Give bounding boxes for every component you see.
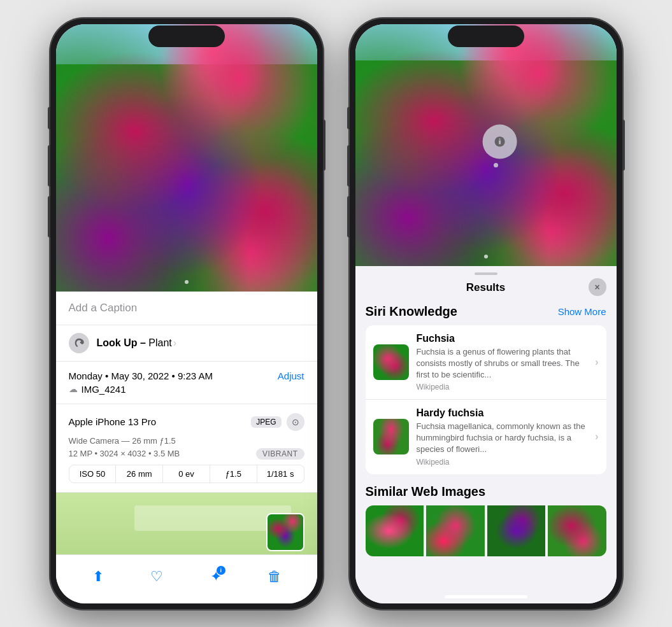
- vol-down-button: [48, 196, 50, 237]
- fuchsia-source: Wikipedia: [417, 383, 588, 391]
- lookup-row[interactable]: Look Up – Plant›: [56, 325, 317, 362]
- silent-switch: [48, 107, 50, 129]
- exif-aperture: ƒ1.5: [210, 465, 257, 483]
- mp-text: 12 MP • 3024 × 4032 • 3.5 MB: [69, 449, 180, 458]
- similar-image-3[interactable]: [487, 505, 546, 556]
- page-dot-right: [484, 255, 488, 258]
- flower-photo-left: [56, 24, 317, 292]
- vol-down-right: [347, 196, 350, 237]
- leaf-icon: [73, 337, 85, 349]
- lookup-text: Look Up – Plant›: [97, 337, 177, 349]
- similar-images-grid: [366, 505, 606, 556]
- vol-up-right: [347, 145, 350, 187]
- vibrant-badge: VIBRANT: [256, 448, 304, 460]
- map-section: [56, 493, 317, 554]
- filename-text: IMG_4241: [82, 384, 126, 395]
- trash-icon: 🗑: [268, 568, 282, 585]
- exif-iso: ISO 50: [69, 465, 117, 483]
- share-icon: ⬆: [92, 568, 104, 585]
- info-icon-container: ✦ i: [210, 568, 222, 585]
- hardy-thumb-image: [373, 419, 409, 454]
- page-dot-left: [185, 280, 189, 284]
- right-phone-screen: Results × Siri Knowledge Show More: [355, 24, 617, 603]
- photo-area-right: [355, 24, 617, 266]
- show-more-button[interactable]: Show More: [558, 306, 606, 317]
- lookup-dot: [494, 163, 498, 167]
- heart-icon: ♡: [150, 568, 163, 585]
- exif-shutter: 1/181 s: [257, 465, 304, 483]
- map-thumbnail: [266, 513, 304, 551]
- hardy-name: Hardy fuchsia: [417, 407, 588, 419]
- phones-container: Add a Caption Look Up – Plant›: [37, 5, 636, 623]
- exif-focal: 26 mm: [116, 465, 163, 483]
- vol-up-button: [48, 145, 50, 187]
- fuchsia-thumbnail: [373, 344, 409, 380]
- knowledge-item-fuchsia[interactable]: Fuchsia Fuchsia is a genus of flowering …: [366, 325, 606, 400]
- lookup-icon: [69, 333, 89, 353]
- fuchsia-name: Fuchsia: [417, 333, 588, 344]
- similar-section: Similar Web Images: [366, 484, 606, 556]
- like-button[interactable]: ♡: [143, 563, 171, 591]
- info-section: Add a Caption Look Up – Plant›: [56, 292, 317, 554]
- hardy-source: Wikipedia: [417, 458, 588, 467]
- date-text: Monday • May 30, 2022 • 9:23 AM: [69, 370, 213, 381]
- right-phone: Results × Siri Knowledge Show More: [349, 18, 623, 610]
- home-indicator-left: [145, 595, 228, 598]
- cloud-icon: ☁: [69, 384, 78, 394]
- fuchsia-chevron: ›: [595, 356, 598, 368]
- visual-lookup-icon: [490, 132, 508, 150]
- fuchsia-desc: Fuchsia is a genus of flowering plants t…: [417, 346, 588, 381]
- similar-image-2[interactable]: [426, 505, 485, 556]
- similar-title: Similar Web Images: [366, 484, 606, 499]
- info-button[interactable]: ✦ i: [202, 563, 230, 591]
- similar-image-1[interactable]: [366, 505, 424, 556]
- left-phone-screen: Add a Caption Look Up – Plant›: [56, 24, 317, 603]
- visual-lookup-button[interactable]: [482, 124, 517, 159]
- device-section: Apple iPhone 13 Pro JPEG ⊙ Wide Camera —…: [56, 404, 317, 493]
- format-badge: JPEG: [251, 416, 281, 428]
- meta-section: Monday • May 30, 2022 • 9:23 AM Adjust ☁…: [56, 362, 317, 404]
- delete-button[interactable]: 🗑: [261, 563, 289, 591]
- results-header: Results ×: [355, 275, 617, 299]
- photo-area-left: [56, 24, 317, 292]
- info-badge: i: [217, 566, 225, 575]
- filename-row: ☁ IMG_4241: [69, 384, 304, 395]
- caption-area[interactable]: Add a Caption: [56, 292, 317, 325]
- fuchsia-thumb-image: [373, 344, 409, 380]
- knowledge-card: Fuchsia Fuchsia is a genus of flowering …: [366, 325, 606, 474]
- hardy-desc: Fuchsia magellanica, commonly known as t…: [417, 421, 588, 456]
- silent-switch-right: [347, 107, 350, 129]
- adjust-button[interactable]: Adjust: [278, 370, 304, 381]
- siri-knowledge-title: Siri Knowledge: [366, 304, 457, 319]
- close-button[interactable]: ×: [589, 278, 606, 296]
- hardy-chevron: ›: [595, 431, 598, 442]
- results-content: Siri Knowledge Show More Fuchsia Fuchsia…: [355, 299, 617, 603]
- siri-knowledge-header: Siri Knowledge Show More: [366, 304, 606, 319]
- results-title: Results: [466, 281, 505, 294]
- share-button[interactable]: ⬆: [84, 563, 112, 591]
- meta-row: Monday • May 30, 2022 • 9:23 AM Adjust: [69, 370, 304, 381]
- hardy-thumbnail: [373, 419, 409, 454]
- camera-details: Wide Camera — 26 mm ƒ1.5: [69, 436, 304, 446]
- results-panel: Results × Siri Knowledge Show More: [355, 266, 617, 603]
- knowledge-item-hardy[interactable]: Hardy fuchsia Fuchsia magellanica, commo…: [366, 400, 606, 474]
- close-icon: ×: [594, 283, 599, 292]
- device-badges: JPEG ⊙: [251, 413, 304, 431]
- caption-placeholder: Add a Caption: [69, 302, 138, 314]
- device-name: Apple iPhone 13 Pro: [69, 416, 157, 427]
- fuchsia-text: Fuchsia Fuchsia is a genus of flowering …: [417, 333, 588, 392]
- mp-row: 12 MP • 3024 × 4032 • 3.5 MB VIBRANT: [69, 448, 304, 460]
- location-badge: ⊙: [287, 413, 304, 431]
- exif-row: ISO 50 26 mm 0 ev ƒ1.5 1/181 s: [69, 465, 304, 483]
- home-indicator-right: [445, 595, 527, 598]
- device-row: Apple iPhone 13 Pro JPEG ⊙: [69, 413, 304, 431]
- left-phone: Add a Caption Look Up – Plant›: [50, 18, 324, 610]
- similar-image-4[interactable]: [548, 505, 606, 556]
- exif-ev: 0 ev: [163, 465, 210, 483]
- hardy-text: Hardy fuchsia Fuchsia magellanica, commo…: [417, 407, 588, 467]
